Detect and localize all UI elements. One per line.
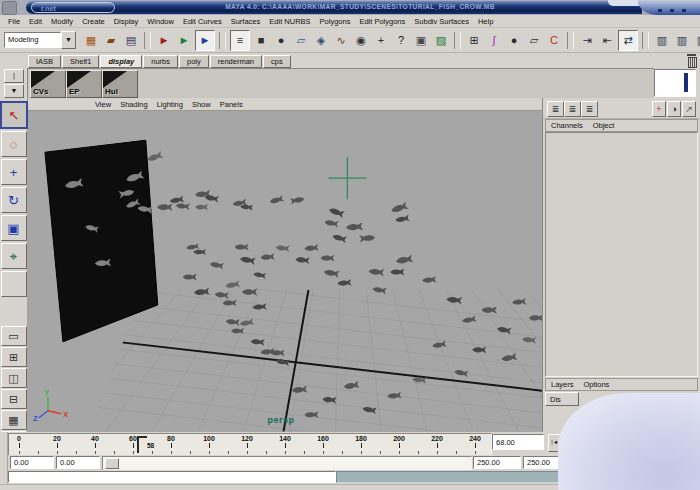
channel-layout-wide-icon[interactable]: ≣ — [564, 101, 581, 117]
mask-curves-icon[interactable]: ∿ — [332, 31, 350, 50]
mask-hulls-icon[interactable]: ◉ — [352, 31, 370, 50]
layout-persp-outliner[interactable]: ◫ — [1, 368, 27, 388]
ipr-render-icon[interactable]: ▥ — [673, 31, 691, 50]
layer-display-dropdown[interactable]: Dis — [545, 392, 579, 406]
select-by-object-icon[interactable]: ► — [175, 31, 193, 50]
menu-edit[interactable]: Edit — [29, 17, 42, 26]
panel-menu-lighting[interactable]: Lighting — [157, 100, 183, 109]
shelf-tab-poly[interactable]: poly — [179, 55, 209, 68]
layer-menu-options[interactable]: Options — [584, 380, 610, 389]
menu-file[interactable]: File — [8, 17, 20, 26]
input-connections-icon[interactable]: ⇥ — [578, 31, 596, 50]
new-scene-icon[interactable]: ▦ — [82, 31, 100, 50]
menu-display[interactable]: Display — [114, 17, 139, 26]
timeline-playhead[interactable] — [137, 436, 147, 453]
channel-layout-narrow-icon[interactable]: ≣ — [547, 101, 564, 117]
scale-tool[interactable]: ▣ — [1, 215, 27, 241]
highlight-selection-icon[interactable]: ▨ — [432, 31, 450, 50]
menu-edit-curves[interactable]: Edit Curves — [183, 17, 222, 26]
select-tool[interactable]: ↖ — [0, 101, 28, 129]
shelf-menu-arrow-icon[interactable]: ▼ — [4, 84, 24, 98]
menu-polygons[interactable]: Polygons — [320, 17, 351, 26]
channel-box-menu-object[interactable]: Object — [593, 121, 615, 130]
shelf-button-ep[interactable]: EP — [66, 70, 102, 98]
open-scene-icon[interactable]: ▰ — [102, 31, 120, 50]
shelf-tab-renderman[interactable]: renderman — [210, 55, 262, 68]
panel-menu-shading[interactable]: Shading — [120, 100, 148, 109]
shelf-spinner-grip[interactable]: ∣ — [4, 69, 24, 83]
menu-edit-polygons[interactable]: Edit Polygons — [359, 17, 405, 26]
save-scene-icon[interactable]: ▤ — [122, 31, 140, 50]
playback-start-field[interactable]: 0.00 — [56, 456, 100, 469]
snap-to-point-icon[interactable]: ● — [505, 31, 523, 50]
mask-handles-icon[interactable]: ■ — [252, 31, 270, 50]
shelf-scroll-bar[interactable] — [684, 73, 688, 92]
snap-to-view-plane-icon[interactable]: ▱ — [525, 31, 543, 50]
menu-create[interactable]: Create — [82, 17, 105, 26]
shelf-button-cvs[interactable]: CVs — [30, 70, 66, 98]
pointer-icon[interactable]: ↗ — [682, 101, 696, 117]
current-time-field[interactable]: 68.00 — [492, 434, 544, 450]
playback-end-field[interactable]: 250.00 — [473, 456, 521, 469]
time-slider-handle[interactable] — [0, 432, 8, 455]
selection-mask-list-icon[interactable]: ≡ — [230, 30, 250, 51]
menu-set-selector[interactable]: Modeling ▼ — [4, 31, 76, 49]
rotate-tool[interactable]: ↻ — [1, 187, 27, 213]
range-slider-handle[interactable] — [0, 455, 8, 470]
lock-selection-icon[interactable]: ▣ — [412, 31, 430, 50]
output-connections-icon[interactable]: ⇤ — [598, 31, 616, 50]
make-live-icon[interactable]: C — [545, 31, 563, 50]
shelf-spinner[interactable]: ∣ ▼ — [4, 69, 24, 96]
snap-to-curve-icon[interactable]: ∫ — [485, 31, 503, 50]
command-line-input[interactable] — [8, 471, 336, 483]
menu-surfaces[interactable]: Surfaces — [231, 17, 261, 26]
menu-help[interactable]: Help — [478, 17, 493, 26]
show-manipulator-tool[interactable]: ⌖ — [1, 243, 27, 269]
panel-menu-panels[interactable]: Panels — [220, 100, 243, 109]
update-mode-icon[interactable]: ◑ — [667, 101, 681, 117]
construction-history-icon[interactable]: ⇄ — [618, 30, 638, 51]
move-tool[interactable]: + — [1, 159, 27, 185]
menu-subdiv-surfaces[interactable]: Subdiv Surfaces — [414, 17, 469, 26]
mask-surfaces-icon[interactable]: ◈ — [312, 31, 330, 50]
snap-to-grid-icon[interactable]: ⊞ — [465, 31, 483, 50]
shelf-tab-nurbs[interactable]: nurbs — [143, 55, 178, 68]
shelf-button-hul[interactable]: Hul — [102, 70, 138, 98]
lasso-select-tool[interactable]: ◌ — [1, 131, 27, 157]
render-globals-icon[interactable]: ▥ — [693, 31, 700, 50]
animation-start-field[interactable]: 0.00 — [10, 456, 54, 469]
help-mode-icon[interactable]: ? — [392, 31, 410, 50]
layout-persp-graph[interactable]: ⊟ — [1, 389, 27, 409]
mask-plus-icon[interactable]: + — [372, 31, 390, 50]
menu-window[interactable]: Window — [147, 17, 174, 26]
mask-points-icon[interactable]: ● — [272, 31, 290, 50]
range-slider-thumb[interactable] — [105, 458, 119, 469]
menu-set-value[interactable]: Modeling — [4, 32, 61, 48]
channel-box-menu-channels[interactable]: Channels — [551, 121, 583, 130]
trash-icon[interactable] — [686, 54, 697, 66]
panel-menu-show[interactable]: Show — [192, 100, 211, 109]
mask-lines-icon[interactable]: ▱ — [292, 31, 310, 50]
select-by-hierarchy-icon[interactable]: ► — [155, 31, 173, 50]
show-manipulators-icon[interactable]: + — [652, 101, 666, 117]
layout-four-pane[interactable]: ⊞ — [1, 347, 27, 367]
last-tool-slot[interactable] — [1, 271, 27, 297]
menu-edit-nurbs[interactable]: Edit NURBS — [269, 17, 310, 26]
shelf-tab-iasb[interactable]: IASB — [28, 55, 61, 68]
shelf-tab-cps[interactable]: cps — [263, 55, 291, 68]
channel-layout-both-icon[interactable]: ≣ — [581, 101, 598, 117]
perspective-viewport[interactable]: YXZpersp — [28, 111, 542, 432]
panel-menu-view[interactable]: View — [95, 100, 111, 109]
shelf-scroll-field[interactable] — [654, 69, 696, 97]
layer-menu-layers[interactable]: Layers — [551, 380, 574, 389]
layout-single-pane[interactable]: ▭ — [1, 326, 27, 346]
render-current-frame-icon[interactable]: ▥ — [653, 31, 671, 50]
time-slider[interactable]: 02040608010012014016018020022024058 — [8, 433, 492, 456]
menu-modify[interactable]: Modify — [51, 17, 73, 26]
window-titlebar[interactable]: r.net MAYA 4.0: C:\AAAA\WORK\MAR_STUDY\S… — [0, 0, 700, 15]
range-slider-track[interactable] — [102, 456, 472, 471]
chevron-down-icon[interactable]: ▼ — [61, 31, 76, 49]
command-line-handle[interactable] — [0, 470, 8, 484]
shelf-tab-display[interactable]: display — [100, 55, 142, 68]
layout-hypershade-persp[interactable]: ▦ — [1, 410, 27, 430]
